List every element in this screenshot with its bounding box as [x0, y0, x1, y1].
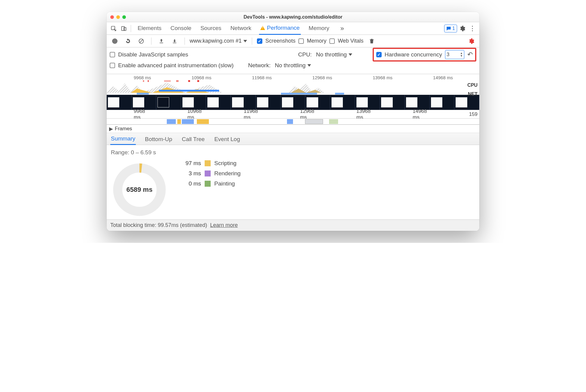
- device-toggle-icon[interactable]: [119, 23, 129, 34]
- gc-trash-icon[interactable]: [367, 36, 377, 46]
- reset-hw-concurrency-icon[interactable]: ↶: [467, 51, 473, 59]
- more-tabs-icon[interactable]: »: [337, 23, 347, 34]
- upload-profile-icon[interactable]: [156, 36, 166, 46]
- filmstrip-frame[interactable]: [380, 95, 405, 110]
- track-header-frames[interactable]: ▶ Frames: [107, 125, 479, 133]
- overview-pane[interactable]: 9968 ms 10968 ms 11968 ms 12968 ms 13968…: [107, 74, 479, 133]
- warning-icon: [260, 26, 265, 30]
- tab-bottom-up[interactable]: Bottom-Up: [144, 134, 173, 145]
- window-zoom-button[interactable]: [122, 15, 126, 19]
- memory-label: Memory: [307, 38, 326, 44]
- filmstrip-frame[interactable]: [305, 95, 330, 110]
- legend-item-rendering: 3 ms Rendering: [180, 170, 241, 177]
- hw-concurrency-checkbox[interactable]: [376, 52, 382, 57]
- filmstrip-frame[interactable]: [206, 95, 231, 110]
- tab-label: Bottom-Up: [145, 136, 172, 142]
- main-tabs-bar: Elements Console Sources Network Perform…: [107, 22, 479, 35]
- svg-rect-13: [197, 80, 199, 82]
- screenshot-filmstrip[interactable]: [107, 95, 479, 110]
- capture-settings-gear-icon[interactable]: [466, 36, 476, 46]
- window-close-button[interactable]: [110, 15, 114, 19]
- clear-button[interactable]: [136, 36, 146, 46]
- cpu-throttle-value: No throttling: [316, 51, 346, 58]
- flamechart-ticks: 9968 ms 10968 ms 11968 ms 12968 ms 13968…: [107, 110, 479, 119]
- enable-paint-instr-label: Enable advanced paint instrumentation (s…: [118, 62, 233, 69]
- webvitals-checkbox[interactable]: [329, 38, 335, 44]
- disclosure-triangle-icon: ▶: [109, 126, 113, 132]
- tab-console[interactable]: Console: [169, 23, 193, 34]
- filmstrip-frame[interactable]: [355, 95, 380, 110]
- svg-rect-8: [143, 80, 144, 82]
- selection-range[interactable]: [159, 90, 219, 92]
- tab-label: Memory: [309, 25, 329, 32]
- filmstrip-frame[interactable]: [430, 95, 455, 110]
- filmstrip-frame[interactable]: [231, 95, 256, 110]
- screenshots-label: Screenshots: [265, 38, 295, 44]
- filmstrip-frame[interactable]: [454, 95, 479, 110]
- download-profile-icon[interactable]: [169, 36, 180, 46]
- tab-event-log[interactable]: Event Log: [214, 134, 241, 145]
- console-messages-badge[interactable]: 1: [444, 25, 457, 32]
- net-overview[interactable]: [107, 93, 463, 95]
- tab-memory[interactable]: Memory: [307, 23, 331, 34]
- filmstrip-frame[interactable]: [156, 95, 181, 110]
- hardware-concurrency-group: Hardware concurrency 3 ▲▼ ↶: [373, 48, 476, 62]
- legend-item-painting: 0 ms Painting: [180, 180, 241, 187]
- titlebar: DevTools - www.kapwing.com/studio/editor: [107, 12, 479, 22]
- filmstrip-frame[interactable]: [330, 95, 355, 110]
- tab-network[interactable]: Network: [229, 23, 253, 34]
- legend-value: 97 ms: [180, 160, 201, 167]
- hw-concurrency-input[interactable]: 3 ▲▼: [445, 50, 464, 59]
- legend-label: Rendering: [214, 170, 241, 177]
- tab-label: Event Log: [214, 136, 240, 142]
- filmstrip-frame[interactable]: [405, 95, 430, 110]
- legend-value: 0 ms: [180, 180, 201, 187]
- svg-rect-10: [164, 80, 171, 82]
- reload-record-button[interactable]: [123, 36, 133, 46]
- memory-checkbox[interactable]: [298, 38, 304, 44]
- network-throttle-select[interactable]: No throttling: [275, 62, 311, 69]
- settings-gear-icon[interactable]: [457, 23, 467, 34]
- enable-paint-instr-checkbox[interactable]: [110, 63, 115, 68]
- filmstrip-frame[interactable]: [256, 95, 281, 110]
- tab-performance[interactable]: Performance: [259, 22, 301, 35]
- cpu-throttle-select[interactable]: No throttling: [316, 51, 352, 58]
- divider: [151, 38, 151, 45]
- learn-more-link[interactable]: Learn more: [210, 222, 238, 228]
- target-select[interactable]: www.kapwing.com #1: [190, 38, 247, 44]
- record-button[interactable]: [110, 36, 120, 46]
- tab-sources[interactable]: Sources: [199, 23, 223, 34]
- filmstrip-frame[interactable]: [281, 95, 306, 110]
- tab-call-tree[interactable]: Call Tree: [181, 134, 205, 145]
- filmstrip-frame[interactable]: [181, 95, 206, 110]
- divider: [252, 38, 252, 45]
- tab-label: Call Tree: [182, 136, 205, 142]
- status-bar: Total blocking time: 99.57ms (estimated)…: [107, 219, 479, 231]
- traffic-lights: [110, 15, 126, 19]
- webvitals-label: Web Vitals: [338, 38, 363, 44]
- svg-rect-1: [122, 26, 125, 30]
- tab-elements[interactable]: Elements: [136, 23, 163, 34]
- disable-js-samples-checkbox[interactable]: [110, 52, 115, 57]
- screenshots-checkbox[interactable]: [257, 38, 262, 44]
- tick: 11968 ms: [252, 75, 272, 80]
- tick: 14968 ms: [433, 75, 453, 80]
- tab-label: Performance: [267, 25, 300, 31]
- filmstrip-frame[interactable]: [107, 95, 132, 110]
- kebab-menu-icon[interactable]: ⋮: [467, 23, 478, 34]
- inspect-element-icon[interactable]: [108, 23, 119, 34]
- legend-swatch: [205, 160, 211, 166]
- blocking-time-label: Total blocking time: 99.57ms (estimated): [110, 222, 207, 228]
- tab-summary[interactable]: Summary: [110, 133, 136, 145]
- stepper-buttons[interactable]: ▲▼: [460, 52, 463, 57]
- cpu-throttle-label: CPU:: [298, 51, 312, 58]
- capture-options: Disable JavaScript samples CPU: No throt…: [107, 47, 479, 74]
- divider: [185, 38, 185, 45]
- flamechart-preview[interactable]: [107, 119, 479, 125]
- summary-donut: 6589 ms: [111, 161, 168, 218]
- tick: 13968 ms: [373, 75, 392, 80]
- target-label: www.kapwing.com #1: [190, 38, 242, 44]
- perf-toolbar: www.kapwing.com #1 Screenshots Memory We…: [107, 35, 479, 47]
- filmstrip-frame[interactable]: [132, 95, 157, 110]
- window-minimize-button[interactable]: [116, 15, 120, 19]
